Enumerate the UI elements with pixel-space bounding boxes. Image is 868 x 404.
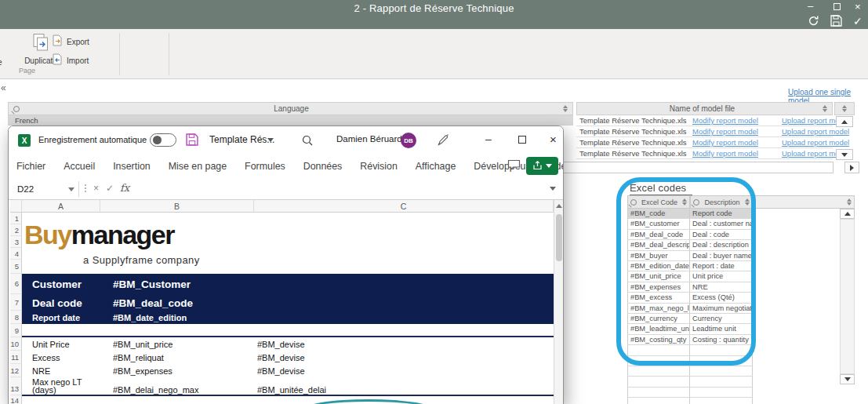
- chevron-down-icon[interactable]: [267, 138, 274, 142]
- draw-pen-icon[interactable]: [437, 134, 449, 150]
- tab-formules[interactable]: Formules: [245, 161, 285, 172]
- model-file-cell: Template Réserve Technique.xls: [579, 127, 687, 136]
- extra-column-header[interactable]: [834, 102, 855, 115]
- row-header[interactable]: 13: [10, 377, 22, 395]
- tab-donnees[interactable]: Données: [303, 161, 343, 172]
- scroll-down-button[interactable]: [836, 149, 853, 160]
- codes-scroll-down-button[interactable]: [840, 374, 855, 384]
- model-file-cell: Template Réserve Technique.xls: [579, 116, 687, 125]
- chevron-down-icon: [68, 187, 74, 191]
- row-header[interactable]: 2: [10, 224, 22, 236]
- row-header[interactable]: 7: [10, 294, 22, 311]
- confirm-check-icon[interactable]: ✓: [853, 16, 863, 27]
- model-table-row[interactable]: Template Réserve Technique.xls Modify re…: [576, 148, 833, 159]
- language-row-french[interactable]: French: [8, 115, 573, 126]
- tab-revision[interactable]: Révision: [360, 161, 398, 172]
- ribbon-tabs: Fichier Accueil Insertion Mise en page F…: [16, 155, 503, 178]
- app-close-button[interactable]: ×: [855, 2, 861, 13]
- refresh-icon[interactable]: [808, 15, 819, 30]
- app-toolbar: e Duplicate Page Export Import: [0, 29, 868, 79]
- search-icon[interactable]: [13, 106, 20, 112]
- row-header[interactable]: 5: [10, 260, 22, 274]
- share-button[interactable]: [526, 157, 558, 175]
- upload-report-link[interactable]: Upload report model: [782, 127, 849, 136]
- row-header[interactable]: 4: [10, 248, 22, 260]
- collapse-panel-icon[interactable]: «: [1, 82, 6, 93]
- sort-icon[interactable]: [823, 105, 827, 112]
- model-table-row[interactable]: Template Réserve Technique.xls Modify re…: [576, 137, 833, 148]
- sheet-scrollbar[interactable]: [554, 200, 564, 404]
- row-header[interactable]: 6: [10, 274, 22, 294]
- import-button[interactable]: Import: [52, 53, 89, 68]
- extra-codes-column-header[interactable]: [753, 195, 855, 209]
- row-header[interactable]: 10: [10, 337, 22, 351]
- excel-window: X Enregistrement automatique Template Ré…: [8, 126, 564, 404]
- formula-cancel-icon[interactable]: ×: [93, 183, 99, 194]
- model-table-row[interactable]: Template Réserve Technique.xls Modify re…: [576, 115, 833, 126]
- row-header[interactable]: 8: [10, 311, 22, 324]
- screen: 2 - Rapport de Réserve Technique – × ✓ e…: [0, 0, 868, 404]
- chevron-down-icon[interactable]: [550, 187, 556, 191]
- name-box[interactable]: D22: [12, 181, 79, 197]
- excel-app-icon: X: [18, 134, 31, 147]
- codes-scroll-up-button[interactable]: [840, 209, 855, 219]
- sort-icon[interactable]: [563, 105, 568, 112]
- buymanager-logo: Buymanager: [24, 219, 174, 250]
- row-header[interactable]: 12: [10, 364, 22, 377]
- logo-tagline: a Supplyframe company: [83, 254, 200, 266]
- modify-report-link[interactable]: Modify report model: [692, 127, 758, 136]
- column-header-c[interactable]: C: [254, 200, 554, 213]
- save-icon[interactable]: [186, 133, 198, 149]
- scroll-right-button[interactable]: [844, 162, 859, 173]
- app-minimize-button[interactable]: –: [808, 1, 813, 12]
- codes-table-row[interactable]: [627, 398, 753, 404]
- codes-table-row[interactable]: [627, 366, 753, 377]
- row-header[interactable]: 11: [10, 351, 22, 364]
- tab-affichage[interactable]: Affichage: [416, 161, 456, 172]
- formula-input[interactable]: [136, 180, 547, 198]
- model-table-row[interactable]: Template Réserve Technique.xls Modify re…: [576, 126, 833, 137]
- save-icon[interactable]: [830, 15, 842, 30]
- tab-mise-en-page[interactable]: Mise en page: [169, 161, 227, 172]
- tab-insertion[interactable]: Insertion: [113, 161, 151, 172]
- document-title[interactable]: Template Rés...: [209, 134, 274, 145]
- column-header-b[interactable]: B: [100, 200, 254, 213]
- column-header-a[interactable]: A: [22, 200, 100, 213]
- codes-table-row[interactable]: [627, 388, 753, 398]
- modify-report-link[interactable]: Modify report model: [692, 149, 758, 158]
- edge-partial-label: e: [0, 58, 2, 67]
- codes-table-row[interactable]: [627, 377, 753, 387]
- row-header[interactable]: 14: [10, 395, 22, 404]
- excel-minimize-button[interactable]: –: [485, 133, 492, 145]
- tab-developpeur[interactable]: Développeur: [474, 161, 528, 172]
- row-header[interactable]: 3: [10, 236, 22, 248]
- modify-report-link[interactable]: Modify report model: [692, 138, 758, 147]
- tab-fichier[interactable]: Fichier: [16, 161, 45, 172]
- modify-report-link[interactable]: Modify report model: [692, 116, 758, 125]
- excel-close-button[interactable]: ×: [550, 133, 557, 146]
- comments-icon[interactable]: [507, 159, 521, 174]
- row-header[interactable]: 1: [10, 213, 22, 224]
- row-header[interactable]: 9: [10, 324, 22, 337]
- sort-icon[interactable]: [847, 198, 852, 206]
- formula-enter-icon[interactable]: ✓: [106, 183, 114, 194]
- scroll-up-button[interactable]: [836, 116, 853, 127]
- excel-maximize-button[interactable]: [518, 136, 526, 144]
- search-icon[interactable]: [302, 135, 313, 149]
- tab-accueil[interactable]: Accueil: [64, 161, 95, 172]
- app-maximize-button[interactable]: [833, 3, 841, 10]
- autosave-toggle[interactable]: [150, 133, 176, 147]
- language-column-header[interactable]: Language: [8, 102, 573, 115]
- user-avatar[interactable]: DB: [401, 133, 416, 148]
- upload-report-link[interactable]: Upload report model: [782, 138, 849, 147]
- highlight-ring-annotation: [616, 177, 756, 366]
- sort-icon[interactable]: [842, 105, 847, 112]
- page-group-label: Page: [19, 67, 35, 75]
- export-button[interactable]: Export: [52, 35, 89, 49]
- model-file-column-header[interactable]: Name of model file: [576, 102, 833, 115]
- fx-icon[interactable]: fx: [120, 182, 129, 194]
- autosave-label: Enregistrement automatique: [38, 135, 147, 144]
- codes-scrollbar-track[interactable]: [840, 219, 855, 374]
- sheet-corner[interactable]: [10, 200, 22, 213]
- share-icon: [532, 159, 543, 173]
